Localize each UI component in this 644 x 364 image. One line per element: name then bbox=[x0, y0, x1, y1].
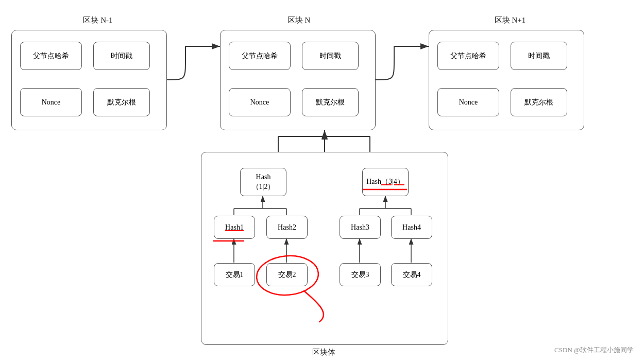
diagram-container: 区块 N-1 父节点哈希 时间戳 Nonce 默克尔根 区块 N 父节点哈希 时… bbox=[0, 0, 644, 364]
timestamp-3: 时间戳 bbox=[511, 42, 567, 70]
merkle-2: 默克尔根 bbox=[302, 88, 359, 116]
hash1-underline: Hash1 bbox=[225, 223, 244, 232]
hash12-cell: Hash（1|2） bbox=[240, 168, 286, 196]
hash4-cell: Hash4 bbox=[391, 216, 432, 239]
tx1-cell: 交易1 bbox=[214, 263, 255, 286]
tx2-cell: 交易2 bbox=[266, 263, 308, 286]
block-n-label: 区块 N bbox=[273, 15, 325, 25]
nonce-2: Nonce bbox=[229, 88, 291, 116]
merkle-1: 默克尔根 bbox=[93, 88, 150, 116]
hash3-cell: Hash3 bbox=[340, 216, 381, 239]
parent-hash-3: 父节点哈希 bbox=[437, 42, 499, 70]
watermark: CSDN @软件工程小施同学 bbox=[554, 345, 634, 355]
parent-hash-2: 父节点哈希 bbox=[229, 42, 291, 70]
hash34-underline: （3|4） bbox=[381, 177, 404, 186]
hash2-cell: Hash2 bbox=[266, 216, 308, 239]
tx4-cell: 交易4 bbox=[391, 263, 432, 286]
timestamp-1: 时间戳 bbox=[93, 42, 150, 70]
hash34-cell: Hash（3|4） bbox=[362, 168, 409, 196]
block-n-plus-1-outer: 父节点哈希 时间戳 Nonce 默克尔根 bbox=[429, 30, 584, 130]
nonce-1: Nonce bbox=[20, 88, 82, 116]
block-n-plus-1-label: 区块 N+1 bbox=[474, 15, 546, 25]
merkle-tree-outer: Hash（1|2） Hash（3|4） Hash1 Hash2 Hash3 Ha… bbox=[201, 152, 448, 345]
block-n-outer: 父节点哈希 时间戳 Nonce 默克尔根 bbox=[220, 30, 376, 130]
parent-hash-1: 父节点哈希 bbox=[20, 42, 82, 70]
timestamp-2: 时间戳 bbox=[302, 42, 359, 70]
hash1-cell: Hash1 bbox=[214, 216, 255, 239]
block-n-minus-1-label: 区块 N-1 bbox=[52, 15, 144, 25]
merkle-3: 默克尔根 bbox=[511, 88, 567, 116]
tx3-cell: 交易3 bbox=[340, 263, 381, 286]
merkle-label: 区块体 bbox=[308, 348, 339, 357]
nonce-3: Nonce bbox=[437, 88, 499, 116]
block-n-minus-1-outer: 父节点哈希 时间戳 Nonce 默克尔根 bbox=[11, 30, 167, 130]
